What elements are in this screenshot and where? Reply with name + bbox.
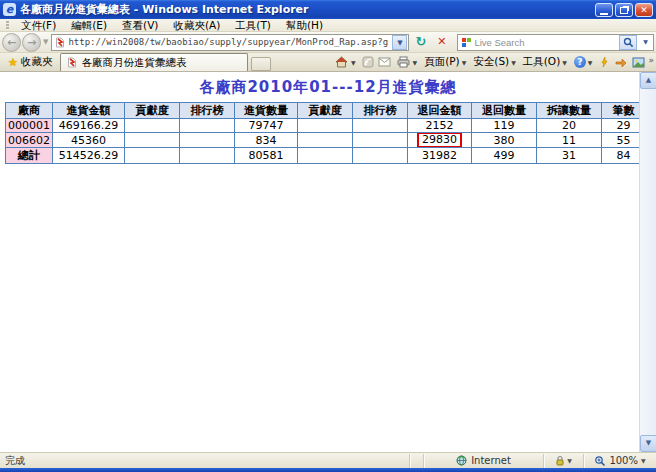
table-cell: 499 xyxy=(472,148,537,164)
column-header: 退回金額 xyxy=(408,103,472,119)
safety-menu-dropdown-icon: ▼ xyxy=(511,59,516,66)
stop-icon[interactable]: ✕ xyxy=(432,34,451,51)
url-input[interactable] xyxy=(68,37,389,47)
zone-label: Internet xyxy=(471,455,511,466)
page-favicon-icon xyxy=(55,37,65,48)
window-title: 各廠商月份進貨彙總表 - Windows Internet Explorer xyxy=(20,2,591,17)
status-pane xyxy=(410,454,424,468)
tools-menu-dropdown-icon: ▼ xyxy=(562,59,567,66)
highlight-box: 29830 xyxy=(417,133,462,148)
addon-button-1[interactable] xyxy=(597,55,611,69)
page-menu-button[interactable]: 頁面(P) ▼ xyxy=(422,54,468,70)
table-cell: 11 xyxy=(537,133,602,148)
favorites-star-icon: ★ xyxy=(8,56,18,69)
table-cell: 29830 xyxy=(408,133,472,148)
table-cell: 45360 xyxy=(53,133,125,148)
protected-mode-pane[interactable]: ▼ xyxy=(544,454,584,468)
table-cell xyxy=(298,148,353,164)
menu-bar: 文件(F) 編輯(E) 查看(V) 收藏夾(A) 工具(T) 幫助(H) xyxy=(0,19,656,32)
table-cell xyxy=(125,119,180,133)
column-header: 貢獻度 xyxy=(125,103,180,119)
favorites-button[interactable]: ★ 收藏夾 xyxy=(0,53,60,71)
row-header-cell: 000001 xyxy=(6,119,53,133)
safety-menu-button[interactable]: 安全(S) ▼ xyxy=(471,54,517,70)
table-body: 000001469166.297974721521192029006602453… xyxy=(6,119,646,164)
title-bar: e 各廠商月份進貨彙總表 - Windows Internet Explorer… xyxy=(0,0,656,19)
table-cell xyxy=(125,148,180,164)
restore-button[interactable] xyxy=(615,3,633,17)
help-icon: ? xyxy=(574,56,586,68)
feeds-icon[interactable] xyxy=(361,55,375,69)
home-icon xyxy=(335,55,349,69)
back-icon[interactable]: ← xyxy=(2,33,21,52)
print-icon xyxy=(397,55,411,69)
menu-item-view[interactable]: 查看(V) xyxy=(115,19,165,32)
table-cell: 79747 xyxy=(235,119,298,133)
refresh-icon[interactable]: ↻ xyxy=(411,34,430,51)
table-cell xyxy=(298,119,353,133)
new-tab-button[interactable] xyxy=(251,57,271,71)
minimize-button[interactable] xyxy=(595,3,613,17)
status-bar: 完成 Internet ▼ 100% ▼ xyxy=(0,452,656,468)
read-mail-icon[interactable] xyxy=(378,55,392,69)
table-cell: 119 xyxy=(472,119,537,133)
url-dropdown-icon[interactable]: ▼ xyxy=(392,35,407,50)
menu-item-edit[interactable]: 編輯(E) xyxy=(64,19,114,32)
address-bar: ▼ xyxy=(51,34,409,51)
table-cell: 31982 xyxy=(408,148,472,164)
table-cell xyxy=(353,133,408,148)
table-cell xyxy=(353,148,408,164)
table-cell: 2152 xyxy=(408,119,472,133)
tab-row: ★ 收藏夾 各廠商月份進貨彙總表 ▼ ▼ 頁面(P) ▼ 安全(S) xyxy=(0,53,656,72)
window-bottom-edge xyxy=(0,468,656,472)
addon-button-2[interactable] xyxy=(614,55,628,69)
status-text: 完成 xyxy=(0,454,396,468)
ie-logo-icon: e xyxy=(3,3,16,16)
home-dropdown-icon: ▼ xyxy=(351,59,356,66)
menu-item-file[interactable]: 文件(F) xyxy=(14,19,63,32)
table-cell: 469166.29 xyxy=(53,119,125,133)
forward-icon[interactable]: → xyxy=(22,33,41,52)
column-header: 貢獻度 xyxy=(298,103,353,119)
scroll-up-icon[interactable]: ▲ xyxy=(640,72,656,89)
search-magnifier-icon[interactable] xyxy=(619,35,637,50)
tools-menu-button[interactable]: 工具(O) ▼ xyxy=(521,54,569,70)
scroll-down-icon[interactable]: ▼ xyxy=(640,435,656,452)
status-pane xyxy=(396,454,410,468)
addon-button-3[interactable] xyxy=(631,55,645,69)
history-dropdown-icon[interactable]: ▼ xyxy=(43,38,48,46)
print-dropdown-icon: ▼ xyxy=(413,59,418,66)
vertical-scrollbar[interactable]: ▲ ▼ xyxy=(639,72,656,452)
table-cell: 31 xyxy=(537,148,602,164)
report-table: 廠商進貨金額貢獻度排行榜進貨數量貢獻度排行榜退回金額退回數量拆讓數量筆數 000… xyxy=(5,102,646,164)
table-row: 00660245360834298303801155 xyxy=(6,133,646,148)
table-cell xyxy=(180,148,235,164)
column-header: 進貨數量 xyxy=(235,103,298,119)
table-cell xyxy=(298,133,353,148)
tab-active[interactable]: 各廠商月份進貨彙總表 xyxy=(60,53,248,71)
table-cell xyxy=(353,119,408,133)
zoom-level: 100% xyxy=(609,455,638,466)
menu-item-tools[interactable]: 工具(T) xyxy=(228,19,278,32)
menu-item-favorites[interactable]: 收藏夾(A) xyxy=(166,19,227,32)
print-button[interactable]: ▼ xyxy=(395,54,420,70)
close-button[interactable]: ✕ xyxy=(635,3,653,17)
table-row: 000001469166.297974721521192029 xyxy=(6,119,646,133)
navigation-bar: ← → ▼ ▼ ↻ ✕ ▼ xyxy=(0,32,656,53)
toolbar-grip xyxy=(6,21,9,30)
row-header-cell: 006602 xyxy=(6,133,53,148)
row-header-cell: 總計 xyxy=(6,148,53,164)
zoom-control[interactable]: 100% ▼ xyxy=(584,454,656,468)
search-input[interactable] xyxy=(474,37,614,48)
help-menu-button[interactable]: ? ▼ xyxy=(572,55,595,69)
menu-item-help[interactable]: 幫助(H) xyxy=(279,19,330,32)
protected-mode-dropdown-icon: ▼ xyxy=(567,457,572,464)
home-button[interactable]: ▼ xyxy=(333,54,358,70)
tab-title: 各廠商月份進貨彙總表 xyxy=(81,56,186,70)
column-header: 退回數量 xyxy=(472,103,537,119)
protected-mode-icon xyxy=(555,455,565,466)
search-dropdown-icon[interactable]: ▼ xyxy=(640,35,651,50)
overflow-chevron-icon[interactable]: » xyxy=(648,54,654,65)
table-cell xyxy=(125,133,180,148)
table-cell: 834 xyxy=(235,133,298,148)
